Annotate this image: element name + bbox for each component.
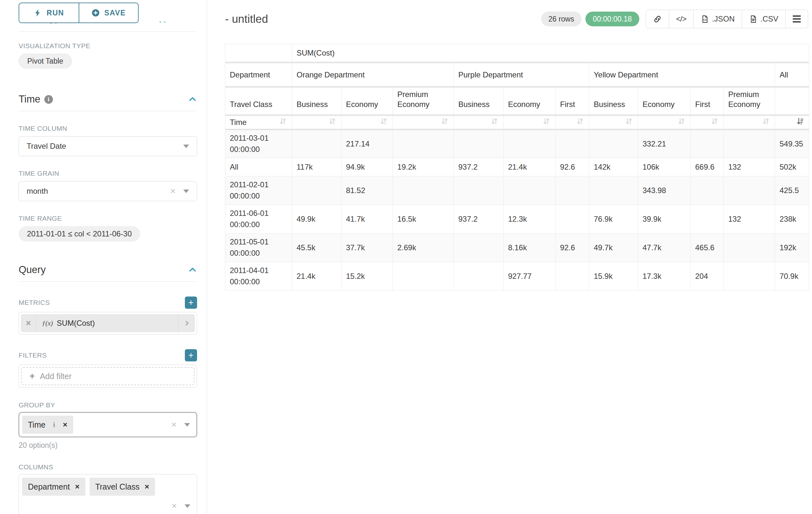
group-by-select[interactable]: Time i × × xyxy=(19,412,197,437)
pivot-value-cell: 92.6 xyxy=(556,158,589,177)
chart-title[interactable]: - untitled xyxy=(225,12,268,25)
filters-label: FILTERS xyxy=(19,351,47,359)
save-button[interactable]: SAVE xyxy=(79,3,138,23)
pivot-value-cell xyxy=(503,177,556,205)
pivot-table: SUM(Cost)DepartmentOrange DepartmentPurp… xyxy=(225,44,809,291)
remove-tag-icon[interactable]: × xyxy=(75,482,80,491)
pivot-value-cell: 425.5 xyxy=(775,177,809,205)
pivot-value-cell xyxy=(454,234,503,262)
time-range-pill[interactable]: 2011-01-01 ≤ col < 2011-06-30 xyxy=(19,226,140,242)
pivot-value-cell xyxy=(724,130,775,158)
pivot-value-cell xyxy=(724,177,775,205)
metric-header-row: SUM(Cost) xyxy=(225,44,809,63)
pivot-value-cell: 502k xyxy=(775,158,809,177)
export-csv-button[interactable]: .CSV xyxy=(742,10,785,28)
sort-header-cell[interactable] xyxy=(342,115,393,130)
sort-icon[interactable] xyxy=(279,117,287,128)
column-header-cell: Premium Economy xyxy=(724,87,775,115)
time-column-label: TIME COLUMN xyxy=(19,125,197,132)
export-json-label: .JSON xyxy=(712,15,735,23)
sort-header-cell-time[interactable]: Time xyxy=(225,115,292,130)
sort-header-cell[interactable] xyxy=(556,115,589,130)
row-header-cell: 2011-02-01 00:00:00 xyxy=(225,177,292,205)
pivot-value-cell: 17.3k xyxy=(638,262,691,291)
sort-icon[interactable] xyxy=(710,117,719,128)
pivot-value-cell xyxy=(691,205,724,234)
export-json-button[interactable]: .JSON xyxy=(693,10,742,28)
add-metric-button[interactable]: + xyxy=(185,297,197,309)
pivot-value-cell xyxy=(393,130,454,158)
export-csv-label: .CSV xyxy=(760,15,778,23)
plus-circle-icon xyxy=(91,9,100,17)
column-header-cell: Economy xyxy=(342,87,393,115)
sort-header-cell[interactable] xyxy=(775,115,809,130)
time-section-header: Time i xyxy=(19,93,197,105)
more-options-button[interactable] xyxy=(785,10,808,28)
chevron-right-icon xyxy=(183,320,190,326)
column-header-cell: First xyxy=(691,87,724,115)
column-header-cell: Business xyxy=(292,87,342,115)
sort-icon[interactable] xyxy=(625,117,633,128)
sort-icon[interactable] xyxy=(576,117,584,128)
metrics-container: × ƒ(x) SUM(Cost) xyxy=(19,312,197,334)
metric-pill[interactable]: × ƒ(x) SUM(Cost) xyxy=(21,314,195,332)
pivot-value-cell xyxy=(454,177,503,205)
panel-resize-handle[interactable] xyxy=(160,21,166,23)
group-by-tag[interactable]: Time i × xyxy=(22,416,73,434)
sort-header-cell[interactable] xyxy=(589,115,638,130)
sort-header-cell[interactable] xyxy=(638,115,691,130)
pivot-value-cell xyxy=(454,130,503,158)
sort-header-cell[interactable] xyxy=(691,115,724,130)
sort-header-cell[interactable] xyxy=(454,115,503,130)
sort-icon[interactable] xyxy=(328,117,337,128)
pivot-value-cell xyxy=(393,177,454,205)
metric-expand-control[interactable] xyxy=(178,314,195,332)
columns-tag[interactable]: Department × xyxy=(22,478,85,496)
share-link-button[interactable] xyxy=(646,10,669,28)
function-icon: ƒ(x) xyxy=(42,319,53,327)
remove-tag-icon[interactable]: × xyxy=(145,482,149,491)
sort-header-cell[interactable] xyxy=(393,115,454,130)
add-filter-label: Add filter xyxy=(40,372,71,381)
sort-icon[interactable] xyxy=(762,117,770,128)
clear-icon[interactable]: × xyxy=(172,502,177,511)
time-grain-select[interactable]: month × xyxy=(19,181,197,201)
sort-desc-active-icon[interactable] xyxy=(795,117,804,128)
caret-down-icon xyxy=(184,423,190,427)
sort-icon[interactable] xyxy=(542,117,551,128)
columns-tag[interactable]: Travel Class × xyxy=(90,478,155,496)
json-file-icon xyxy=(701,15,709,23)
row-header-cell: 2011-06-01 00:00:00 xyxy=(225,205,292,234)
remove-tag-icon[interactable]: × xyxy=(63,420,67,429)
columns-select[interactable]: Department × Travel Class × × xyxy=(19,474,197,514)
sort-header-cell[interactable] xyxy=(724,115,775,130)
visualization-type-pill[interactable]: Pivot Table xyxy=(19,54,72,69)
sort-icon[interactable] xyxy=(440,117,449,128)
query-section-header: Query xyxy=(19,264,197,276)
time-grain-label: TIME GRAIN xyxy=(19,170,197,177)
view-query-button[interactable]: </> xyxy=(669,10,694,28)
column-header-cell: First xyxy=(556,87,589,115)
divider xyxy=(19,281,196,282)
pivot-value-cell xyxy=(724,234,775,262)
sort-icon[interactable] xyxy=(490,117,499,128)
add-filter-plus-button[interactable]: + xyxy=(185,349,197,361)
time-column-select[interactable]: Travel Date xyxy=(19,136,197,156)
column-header-cell: Premium Economy xyxy=(393,87,454,115)
sort-icon[interactable] xyxy=(379,117,388,128)
run-button[interactable]: RUN xyxy=(19,3,79,23)
clear-icon[interactable]: × xyxy=(170,187,176,196)
add-filter-button[interactable]: + Add filter xyxy=(21,367,195,385)
pivot-table-container: SUM(Cost)DepartmentOrange DepartmentPurp… xyxy=(225,44,812,291)
sort-header-cell[interactable] xyxy=(292,115,342,130)
clear-icon[interactable]: × xyxy=(171,420,176,429)
chevron-up-icon[interactable] xyxy=(188,95,197,104)
pivot-value-cell: 117k xyxy=(292,158,342,177)
pivot-value-cell xyxy=(393,262,454,291)
sort-icon[interactable] xyxy=(677,117,686,128)
table-row: 2011-02-01 00:00:0081.52343.98425.5 xyxy=(225,177,809,205)
remove-metric-icon[interactable]: × xyxy=(21,314,36,332)
department-header-row: DepartmentOrange DepartmentPurple Depart… xyxy=(225,63,809,87)
chevron-up-icon[interactable] xyxy=(188,265,197,274)
sort-header-cell[interactable] xyxy=(503,115,556,130)
